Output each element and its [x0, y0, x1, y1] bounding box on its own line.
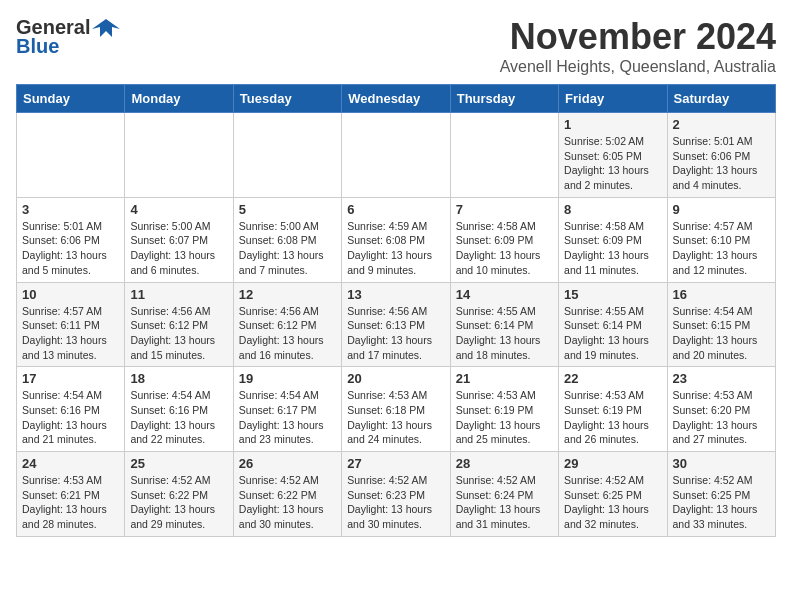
day-number: 14	[456, 287, 553, 302]
day-number: 22	[564, 371, 661, 386]
day-number: 3	[22, 202, 119, 217]
day-detail: Sunrise: 4:53 AM Sunset: 6:19 PM Dayligh…	[456, 388, 553, 447]
calendar-cell: 12Sunrise: 4:56 AM Sunset: 6:12 PM Dayli…	[233, 282, 341, 367]
weekday-header-thursday: Thursday	[450, 85, 558, 113]
calendar-cell: 14Sunrise: 4:55 AM Sunset: 6:14 PM Dayli…	[450, 282, 558, 367]
day-number: 26	[239, 456, 336, 471]
day-number: 29	[564, 456, 661, 471]
day-number: 9	[673, 202, 770, 217]
day-detail: Sunrise: 5:02 AM Sunset: 6:05 PM Dayligh…	[564, 134, 661, 193]
calendar-cell	[125, 113, 233, 198]
page-header: General Blue November 2024 Avenell Heigh…	[16, 16, 776, 76]
day-number: 10	[22, 287, 119, 302]
calendar-cell: 19Sunrise: 4:54 AM Sunset: 6:17 PM Dayli…	[233, 367, 341, 452]
day-number: 20	[347, 371, 444, 386]
calendar-cell: 22Sunrise: 4:53 AM Sunset: 6:19 PM Dayli…	[559, 367, 667, 452]
day-detail: Sunrise: 4:55 AM Sunset: 6:14 PM Dayligh…	[456, 304, 553, 363]
day-number: 25	[130, 456, 227, 471]
day-number: 23	[673, 371, 770, 386]
day-detail: Sunrise: 4:55 AM Sunset: 6:14 PM Dayligh…	[564, 304, 661, 363]
calendar-cell: 23Sunrise: 4:53 AM Sunset: 6:20 PM Dayli…	[667, 367, 775, 452]
calendar-table: SundayMondayTuesdayWednesdayThursdayFrid…	[16, 84, 776, 537]
day-detail: Sunrise: 5:00 AM Sunset: 6:08 PM Dayligh…	[239, 219, 336, 278]
location-title: Avenell Heights, Queensland, Australia	[500, 58, 776, 76]
day-detail: Sunrise: 4:58 AM Sunset: 6:09 PM Dayligh…	[456, 219, 553, 278]
day-detail: Sunrise: 4:53 AM Sunset: 6:21 PM Dayligh…	[22, 473, 119, 532]
calendar-cell: 26Sunrise: 4:52 AM Sunset: 6:22 PM Dayli…	[233, 452, 341, 537]
calendar-cell: 17Sunrise: 4:54 AM Sunset: 6:16 PM Dayli…	[17, 367, 125, 452]
day-detail: Sunrise: 4:52 AM Sunset: 6:22 PM Dayligh…	[239, 473, 336, 532]
calendar-cell: 28Sunrise: 4:52 AM Sunset: 6:24 PM Dayli…	[450, 452, 558, 537]
day-detail: Sunrise: 4:58 AM Sunset: 6:09 PM Dayligh…	[564, 219, 661, 278]
day-number: 27	[347, 456, 444, 471]
weekday-header-monday: Monday	[125, 85, 233, 113]
day-number: 8	[564, 202, 661, 217]
weekday-header-tuesday: Tuesday	[233, 85, 341, 113]
calendar-cell: 20Sunrise: 4:53 AM Sunset: 6:18 PM Dayli…	[342, 367, 450, 452]
day-detail: Sunrise: 4:54 AM Sunset: 6:16 PM Dayligh…	[22, 388, 119, 447]
calendar-cell	[342, 113, 450, 198]
day-detail: Sunrise: 5:00 AM Sunset: 6:07 PM Dayligh…	[130, 219, 227, 278]
calendar-cell: 4Sunrise: 5:00 AM Sunset: 6:07 PM Daylig…	[125, 197, 233, 282]
day-detail: Sunrise: 4:53 AM Sunset: 6:20 PM Dayligh…	[673, 388, 770, 447]
day-number: 21	[456, 371, 553, 386]
day-detail: Sunrise: 4:52 AM Sunset: 6:25 PM Dayligh…	[564, 473, 661, 532]
calendar-cell: 5Sunrise: 5:00 AM Sunset: 6:08 PM Daylig…	[233, 197, 341, 282]
calendar-cell: 30Sunrise: 4:52 AM Sunset: 6:25 PM Dayli…	[667, 452, 775, 537]
day-detail: Sunrise: 4:57 AM Sunset: 6:11 PM Dayligh…	[22, 304, 119, 363]
calendar-cell: 13Sunrise: 4:56 AM Sunset: 6:13 PM Dayli…	[342, 282, 450, 367]
day-number: 19	[239, 371, 336, 386]
calendar-cell: 15Sunrise: 4:55 AM Sunset: 6:14 PM Dayli…	[559, 282, 667, 367]
calendar-cell: 18Sunrise: 4:54 AM Sunset: 6:16 PM Dayli…	[125, 367, 233, 452]
day-detail: Sunrise: 4:52 AM Sunset: 6:25 PM Dayligh…	[673, 473, 770, 532]
day-number: 11	[130, 287, 227, 302]
calendar-week-5: 24Sunrise: 4:53 AM Sunset: 6:21 PM Dayli…	[17, 452, 776, 537]
day-number: 5	[239, 202, 336, 217]
day-detail: Sunrise: 4:52 AM Sunset: 6:22 PM Dayligh…	[130, 473, 227, 532]
calendar-cell: 24Sunrise: 4:53 AM Sunset: 6:21 PM Dayli…	[17, 452, 125, 537]
month-title: November 2024	[500, 16, 776, 58]
calendar-week-3: 10Sunrise: 4:57 AM Sunset: 6:11 PM Dayli…	[17, 282, 776, 367]
calendar-cell: 16Sunrise: 4:54 AM Sunset: 6:15 PM Dayli…	[667, 282, 775, 367]
weekday-header-saturday: Saturday	[667, 85, 775, 113]
calendar-week-1: 1Sunrise: 5:02 AM Sunset: 6:05 PM Daylig…	[17, 113, 776, 198]
title-block: November 2024 Avenell Heights, Queenslan…	[500, 16, 776, 76]
calendar-cell: 25Sunrise: 4:52 AM Sunset: 6:22 PM Dayli…	[125, 452, 233, 537]
calendar-cell: 2Sunrise: 5:01 AM Sunset: 6:06 PM Daylig…	[667, 113, 775, 198]
calendar-cell: 10Sunrise: 4:57 AM Sunset: 6:11 PM Dayli…	[17, 282, 125, 367]
calendar-cell	[17, 113, 125, 198]
day-number: 13	[347, 287, 444, 302]
day-number: 28	[456, 456, 553, 471]
logo: General Blue	[16, 16, 120, 58]
day-detail: Sunrise: 4:53 AM Sunset: 6:19 PM Dayligh…	[564, 388, 661, 447]
calendar-cell: 11Sunrise: 4:56 AM Sunset: 6:12 PM Dayli…	[125, 282, 233, 367]
calendar-cell: 1Sunrise: 5:02 AM Sunset: 6:05 PM Daylig…	[559, 113, 667, 198]
calendar-cell	[450, 113, 558, 198]
day-number: 1	[564, 117, 661, 132]
weekday-header-friday: Friday	[559, 85, 667, 113]
calendar-cell: 3Sunrise: 5:01 AM Sunset: 6:06 PM Daylig…	[17, 197, 125, 282]
day-number: 12	[239, 287, 336, 302]
calendar-cell: 7Sunrise: 4:58 AM Sunset: 6:09 PM Daylig…	[450, 197, 558, 282]
calendar-cell	[233, 113, 341, 198]
day-detail: Sunrise: 5:01 AM Sunset: 6:06 PM Dayligh…	[673, 134, 770, 193]
day-number: 7	[456, 202, 553, 217]
day-number: 2	[673, 117, 770, 132]
day-detail: Sunrise: 4:59 AM Sunset: 6:08 PM Dayligh…	[347, 219, 444, 278]
day-detail: Sunrise: 4:52 AM Sunset: 6:24 PM Dayligh…	[456, 473, 553, 532]
calendar-cell: 9Sunrise: 4:57 AM Sunset: 6:10 PM Daylig…	[667, 197, 775, 282]
calendar-cell: 29Sunrise: 4:52 AM Sunset: 6:25 PM Dayli…	[559, 452, 667, 537]
weekday-header-sunday: Sunday	[17, 85, 125, 113]
weekday-header-row: SundayMondayTuesdayWednesdayThursdayFrid…	[17, 85, 776, 113]
logo-bird-icon	[92, 17, 120, 39]
day-detail: Sunrise: 4:56 AM Sunset: 6:12 PM Dayligh…	[239, 304, 336, 363]
day-number: 4	[130, 202, 227, 217]
calendar-week-4: 17Sunrise: 4:54 AM Sunset: 6:16 PM Dayli…	[17, 367, 776, 452]
day-detail: Sunrise: 5:01 AM Sunset: 6:06 PM Dayligh…	[22, 219, 119, 278]
day-number: 16	[673, 287, 770, 302]
day-detail: Sunrise: 4:56 AM Sunset: 6:12 PM Dayligh…	[130, 304, 227, 363]
calendar-week-2: 3Sunrise: 5:01 AM Sunset: 6:06 PM Daylig…	[17, 197, 776, 282]
day-number: 30	[673, 456, 770, 471]
day-number: 6	[347, 202, 444, 217]
calendar-cell: 27Sunrise: 4:52 AM Sunset: 6:23 PM Dayli…	[342, 452, 450, 537]
